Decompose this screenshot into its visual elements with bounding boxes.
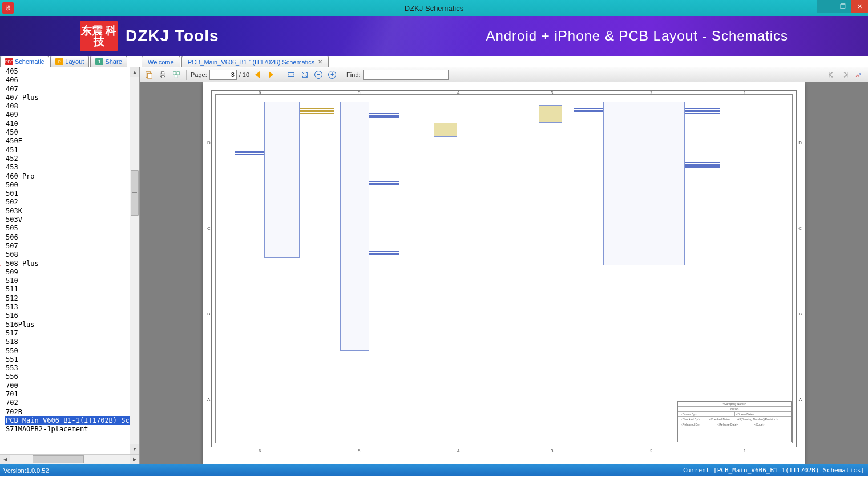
svg-rect-6: [177, 71, 179, 74]
tab-current-document[interactable]: PCB_Main_V606_B1-1(IT1702B) Schematics✕: [181, 56, 329, 67]
tab-schematic[interactable]: PDFSchematic: [0, 56, 49, 67]
list-item[interactable]: 405: [5, 67, 130, 76]
list-item[interactable]: 511: [5, 285, 130, 294]
list-item[interactable]: 550: [5, 347, 130, 355]
fit-width-button[interactable]: [285, 69, 297, 80]
list-item[interactable]: 409: [5, 111, 130, 119]
prev-page-button[interactable]: [252, 69, 263, 80]
tab-welcome[interactable]: Welcome: [142, 56, 180, 67]
list-item[interactable]: 702B: [5, 408, 130, 416]
list-item[interactable]: 512: [5, 294, 130, 303]
list-item[interactable]: 556: [5, 372, 130, 381]
sidebar-hscrollbar[interactable]: ◀ ▶: [0, 454, 139, 464]
list-item[interactable]: 510: [5, 277, 130, 285]
app-icon: 漢: [2, 2, 14, 14]
logo: 东震 科技: [80, 21, 118, 51]
scroll-right-icon[interactable]: ▶: [130, 455, 139, 464]
list-item[interactable]: 702: [5, 399, 130, 407]
schematic-title-block: <Company Name> <Title> <Drawn By><Drawn …: [677, 401, 792, 442]
tab-share[interactable]: ⬆Share: [90, 56, 127, 67]
list-item[interactable]: 450E: [5, 137, 130, 145]
list-item[interactable]: 503V: [5, 216, 130, 224]
list-item[interactable]: 502: [5, 198, 130, 206]
list-item[interactable]: 507: [5, 242, 130, 250]
copy-button[interactable]: [143, 69, 155, 80]
highlight-button[interactable]: Aa: [853, 69, 865, 80]
list-item[interactable]: 701: [5, 390, 130, 399]
sidebar-vscrollbar[interactable]: ▲ ▼: [130, 67, 139, 454]
list-item[interactable]: PCB_Main_V606_B1-1(IT1702B) Schematics: [5, 416, 130, 425]
minimize-button[interactable]: —: [817, 0, 834, 13]
list-item[interactable]: 700: [5, 382, 130, 390]
scroll-down-icon[interactable]: ▼: [130, 444, 139, 454]
list-item[interactable]: 453: [5, 163, 130, 172]
list-item[interactable]: 508: [5, 250, 130, 259]
find-next-button[interactable]: [839, 69, 851, 80]
close-tab-icon[interactable]: ✕: [318, 59, 322, 65]
list-item[interactable]: 407: [5, 85, 130, 94]
zoom-out-button[interactable]: −: [313, 69, 324, 80]
canvas-area[interactable]: 6 5 4 3 2 1 6 5 4 3 2 1 D C B A D: [140, 82, 868, 464]
pages-button[interactable]: [171, 69, 182, 80]
list-item[interactable]: 518: [5, 338, 130, 346]
close-button[interactable]: ✕: [851, 0, 868, 13]
list-item[interactable]: 516: [5, 311, 130, 320]
status-bar: Version:1.0.0.52 Current [PCB_Main_V606_…: [0, 464, 868, 476]
list-item[interactable]: 517: [5, 329, 130, 338]
document-tabs: Welcome PCB_Main_V606_B1-1(IT1702B) Sche…: [142, 56, 330, 67]
page-label: Page:: [191, 71, 207, 78]
svg-rect-11: [847, 72, 848, 77]
list-item[interactable]: 551: [5, 355, 130, 364]
list-item[interactable]: 508 Plus: [5, 260, 130, 268]
page-input[interactable]: [209, 70, 237, 80]
list-item[interactable]: 516Plus: [5, 321, 130, 329]
viewer: Page: / 10 − + Find: Aa 6: [140, 67, 868, 464]
list-item[interactable]: 450: [5, 128, 130, 137]
list-item[interactable]: 407 Plus: [5, 94, 130, 102]
fit-page-button[interactable]: [299, 69, 310, 80]
page-total: / 10: [239, 71, 249, 78]
tab-schematic-label: Schematic: [15, 58, 44, 65]
list-item[interactable]: 509: [5, 268, 130, 277]
list-item[interactable]: 408: [5, 102, 130, 111]
list-item[interactable]: 506: [5, 233, 130, 242]
splitter-indicator-icon: [0, 264, 1, 268]
list-item[interactable]: 505: [5, 224, 130, 233]
sidebar: 405406407407 Plus408409410450450E4514524…: [0, 67, 140, 464]
next-page-button[interactable]: [265, 69, 277, 80]
svg-text:a: a: [859, 71, 861, 75]
svg-rect-3: [161, 71, 164, 74]
window-title: DZKJ Schematics: [405, 4, 463, 13]
list-item[interactable]: 553: [5, 364, 130, 372]
list-item[interactable]: S71MAOPB2-1placement: [5, 425, 130, 434]
find-input[interactable]: [363, 70, 449, 80]
title-bar: 漢 DZKJ Schematics — ❐ ✕: [0, 0, 868, 16]
list-item[interactable]: 410: [5, 120, 130, 128]
tab-share-label: Share: [105, 58, 122, 65]
banner-title: DZKJ Tools: [126, 27, 219, 45]
list-item[interactable]: 500: [5, 181, 130, 189]
maximize-button[interactable]: ❐: [834, 0, 851, 13]
scroll-up-icon[interactable]: ▲: [130, 67, 139, 77]
zoom-in-button[interactable]: +: [326, 69, 338, 80]
list-item[interactable]: 406: [5, 76, 130, 84]
list-item[interactable]: 501: [5, 189, 130, 198]
hscroll-thumb[interactable]: [33, 455, 84, 463]
tab-layout[interactable]: PLayout: [50, 56, 89, 67]
model-list[interactable]: 405406407407 Plus408409410450450E4514524…: [0, 67, 130, 454]
print-button[interactable]: [157, 69, 168, 80]
viewer-toolbar: Page: / 10 − + Find: Aa: [140, 67, 868, 82]
schematic-frame: 6 5 4 3 2 1 6 5 4 3 2 1 D C B A D: [211, 90, 797, 447]
list-item[interactable]: 452: [5, 155, 130, 163]
find-prev-button[interactable]: [826, 69, 837, 80]
status-version: Version:1.0.0.52: [3, 467, 49, 474]
list-item[interactable]: 451: [5, 146, 130, 155]
list-item[interactable]: 503K: [5, 207, 130, 216]
scroll-thumb[interactable]: [131, 170, 139, 216]
list-item[interactable]: 513: [5, 303, 130, 311]
svg-rect-4: [161, 75, 164, 78]
svg-rect-1: [147, 73, 152, 78]
scroll-left-icon[interactable]: ◀: [0, 455, 10, 464]
find-label: Find:: [346, 71, 360, 78]
list-item[interactable]: 460 Pro: [5, 172, 130, 181]
